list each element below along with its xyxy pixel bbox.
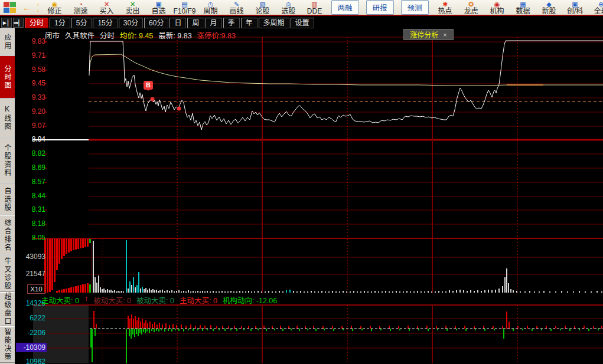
header-field: 分时 <box>100 29 115 41</box>
buy-marker-label: B <box>146 81 151 88</box>
chart-area: 闭市久其软件分时均价: 9.45最新: 9.83涨停价:9.83 涨停分析 × … <box>15 28 603 364</box>
app-window: ←↑↓◉修正◔测速✕买入✕卖出▣自选▤F10/F9◷周期✎画线▧论股◎选股▥DD… <box>0 0 603 364</box>
price-label-9.83: 9.83 <box>15 38 45 45</box>
bottom-axis-highlight: -10309 <box>16 343 47 352</box>
bottom-label-6222: 6222 <box>15 314 45 322</box>
price-label-8.82: 8.82 <box>15 150 45 158</box>
tab-limit-up-analysis[interactable]: 涨停分析 × <box>403 29 454 40</box>
volume-label-21547: 21547 <box>15 270 45 278</box>
indicator-row: 主动大卖: 0↑被动大买: 0被动大卖: 0主动大买: 0机构动向: -12.0… <box>41 294 277 306</box>
header-field: 久其软件 <box>65 29 94 41</box>
buy-marker-badge: B <box>144 81 153 90</box>
indicator-field: ↑ <box>84 294 88 306</box>
close-icon[interactable]: × <box>443 31 446 38</box>
tab-limit-up-analysis-label: 涨停分析 <box>410 29 438 40</box>
bottom-label-10962: 10962 <box>15 358 45 364</box>
indicator-field: 主动大卖: 0 <box>41 294 79 306</box>
price-label-8.69: 8.69 <box>15 164 45 172</box>
price-label-8.57: 8.57 <box>15 178 45 186</box>
volume-scale-box[interactable]: X10 <box>27 284 45 294</box>
price-label-9.58: 9.58 <box>15 66 45 74</box>
price-label-8.31: 8.31 <box>15 206 45 214</box>
header-field: 最新: 9.83 <box>158 29 191 41</box>
intraday-chart <box>0 0 603 364</box>
price-label-8.94: 8.94 <box>15 136 45 143</box>
price-label-9.20: 9.20 <box>15 108 45 116</box>
indicator-field: 被动大买: 0 <box>93 294 131 306</box>
chart-header: 闭市久其软件分时均价: 9.45最新: 9.83涨停价:9.83 <box>45 29 236 41</box>
price-label-8.44: 8.44 <box>15 192 45 200</box>
price-label-9.45: 9.45 <box>15 80 45 87</box>
header-field: 均价: 9.45 <box>120 29 153 41</box>
indicator-field: 被动大卖: 0 <box>136 294 174 306</box>
volume-label-43093: 43093 <box>15 253 45 261</box>
bottom-label--2206: -2206 <box>15 329 45 337</box>
price-label-9.33: 9.33 <box>15 94 45 101</box>
header-field: 闭市 <box>45 29 60 41</box>
indicator-field: 机构动向: -12.06 <box>223 294 277 306</box>
price-label-8.18: 8.18 <box>15 220 45 228</box>
indicator-field: 主动大买: 0 <box>180 294 217 306</box>
price-label-9.07: 9.07 <box>15 122 45 130</box>
price-label-9.71: 9.71 <box>15 52 45 60</box>
price-label-8.05: 8.05 <box>15 234 45 242</box>
header-field: 涨停价:9.83 <box>197 29 236 41</box>
